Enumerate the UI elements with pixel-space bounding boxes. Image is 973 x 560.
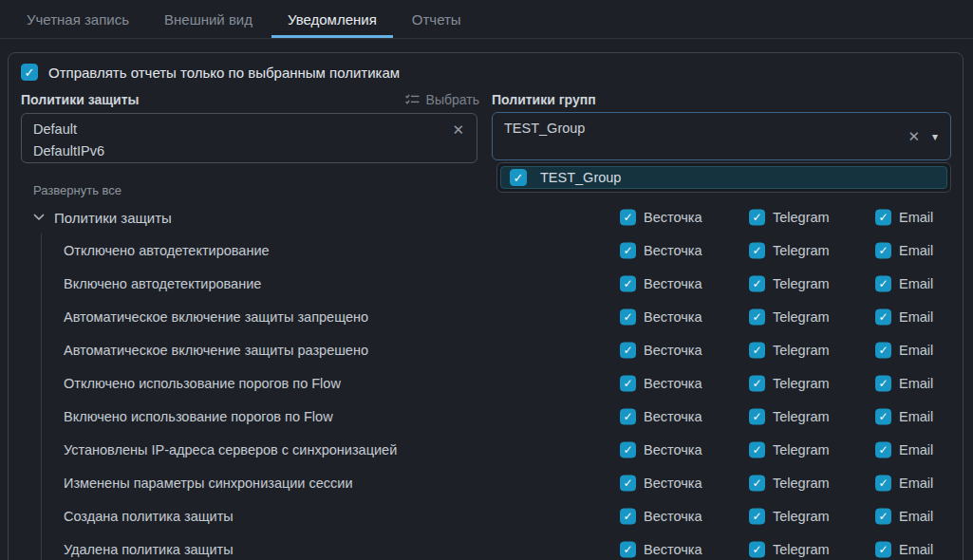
channel-toggle-email[interactable]: Email [875,475,933,491]
channel-toggle-vestochka[interactable]: Весточка [620,375,702,391]
tree-row: Автоматическое включение защиты запрещен… [0,300,973,333]
clear-icon[interactable]: ✕ [908,128,920,145]
root-channel-group: ВесточкаTelegramEmail [620,200,973,233]
channel-label: Email [899,409,933,424]
channel-toggle-email[interactable]: Email [875,441,933,457]
channel-label: Email [899,442,933,457]
channel-toggle-vestochka[interactable]: Весточка [620,342,702,358]
channel-toggle-telegram[interactable]: Telegram [749,209,830,225]
checkbox-telegram-checked [749,242,765,258]
channel-toggle-email[interactable]: Email [875,342,933,358]
tree-row: Создана политика защиты ВесточкаTelegram… [0,499,973,532]
tab-reports[interactable]: Отчеты [396,0,477,38]
channel-group: ВесточкаTelegramEmail [620,333,973,366]
checkbox-email-checked [875,408,891,424]
channel-toggle-email[interactable]: Email [875,408,933,424]
channel-label: Telegram [773,509,830,524]
channel-toggle-vestochka[interactable]: Весточка [620,508,702,524]
checkbox-vestochka-checked [620,475,636,491]
tree-root-label[interactable]: Политики защиты [54,209,172,225]
channel-toggle-telegram[interactable]: Telegram [749,308,830,325]
channel-toggle-vestochka[interactable]: Весточка [620,475,702,491]
checkbox-telegram-checked [749,308,765,325]
selected-policy: DefaultIPv6 [33,140,444,162]
checkbox-telegram-checked [749,441,765,457]
checkbox-email-checked [875,541,891,557]
checkbox-telegram-checked [749,541,765,557]
caret-down-icon[interactable]: ▾ [932,130,938,143]
tree-row: Включено автодетектирование ВесточкаTele… [0,267,973,300]
channel-toggle-email[interactable]: Email [875,508,933,524]
tree-row: Установлены IP-адреса серверов с синхрон… [0,433,973,466]
tab-notifications[interactable]: Уведомления [271,0,393,38]
channel-toggle-telegram[interactable]: Telegram [749,441,830,457]
channel-label: Email [899,343,933,358]
channel-toggle-telegram[interactable]: Telegram [749,375,830,391]
channel-toggle-telegram[interactable]: Telegram [749,541,830,557]
channel-toggle-email[interactable]: Email [875,242,933,258]
channel-toggle-telegram[interactable]: Telegram [749,475,830,491]
channel-toggle-email[interactable]: Email [875,541,933,557]
channel-label: Telegram [773,210,830,225]
checkbox-telegram-checked [749,408,765,424]
dropdown-option-test-group[interactable]: TEST_Group [500,166,947,189]
channel-label: Email [899,542,933,557]
channel-toggle-vestochka[interactable]: Весточка [620,441,702,457]
channel-toggle-vestochka[interactable]: Весточка [620,242,702,258]
channel-toggle-email[interactable]: Email [875,375,933,391]
choose-policies-button[interactable]: Выбрать [405,92,479,107]
channel-toggle-vestochka[interactable]: Весточка [620,541,702,557]
channel-toggle-telegram[interactable]: Telegram [749,408,830,424]
checkbox-email-checked [875,508,891,524]
channel-toggle-email[interactable]: Email [875,209,933,225]
tab-appearance[interactable]: Внешний вид [148,0,269,38]
tree-row-label: Включено автодетектирование [64,276,261,291]
channel-toggle-telegram[interactable]: Telegram [749,342,830,358]
checkbox-email-checked [875,441,891,457]
tab-bar: Учетная запись Внешний вид Уведомления О… [0,0,973,39]
protection-policies-field[interactable]: Default DefaultIPv6 ✕ [21,113,477,163]
channel-toggle-vestochka[interactable]: Весточка [620,308,702,325]
group-policies-value: TEST_Group [504,121,585,136]
checkbox-vestochka-checked [620,342,636,358]
channel-toggle-vestochka[interactable]: Весточка [620,408,702,424]
channel-label: Email [899,210,933,225]
checkbox-vestochka-checked [620,441,636,457]
tab-account[interactable]: Учетная запись [10,0,145,38]
chevron-down-icon[interactable] [33,214,45,221]
channel-label: Email [899,243,933,258]
checkbox-vestochka-checked [620,209,636,225]
channel-group: ВесточкаTelegramEmail [620,233,973,267]
group-policies-label: Политики групп [492,92,596,107]
tree-row-label: Изменены параметры синхронизации сессии [64,476,353,491]
channel-toggle-telegram[interactable]: Telegram [749,275,830,291]
channel-label: Весточка [644,476,702,491]
channel-label: Telegram [773,276,830,291]
checkbox-vestochka-checked [620,508,636,524]
channel-toggle-email[interactable]: Email [875,275,933,291]
group-policies-select[interactable]: TEST_Group ✕ ▾ [492,112,951,160]
checkbox-vestochka-checked [620,275,636,291]
expand-all-link[interactable]: Развернуть все [33,183,122,197]
channel-toggle-telegram[interactable]: Telegram [749,242,830,258]
channel-toggle-vestochka[interactable]: Весточка [620,209,702,225]
channel-label: Весточка [644,276,702,291]
clear-icon[interactable]: ✕ [452,121,464,139]
channel-toggle-vestochka[interactable]: Весточка [620,275,702,291]
checklist-icon [405,94,420,106]
channel-label: Весточка [644,309,702,325]
checkbox-vestochka-checked [620,541,636,557]
checkbox-email-checked [875,275,891,291]
channel-label: Весточка [644,509,702,524]
send-reports-toggle[interactable]: Отправлять отчеты только по выбранным по… [21,64,400,81]
checkbox-email-checked [875,342,891,358]
channel-toggle-telegram[interactable]: Telegram [749,508,830,524]
tree-row: Отключено автодетектирование ВесточкаTel… [0,233,973,267]
tree-row-label: Отключено использование порогов по Flow [64,376,341,391]
channel-toggle-email[interactable]: Email [875,308,933,325]
tree-rows: Отключено автодетектирование ВесточкаTel… [0,233,973,560]
channel-label: Telegram [773,376,830,391]
channel-label: Весточка [644,409,702,424]
channel-label: Email [899,309,933,325]
channel-label: Telegram [773,442,830,457]
